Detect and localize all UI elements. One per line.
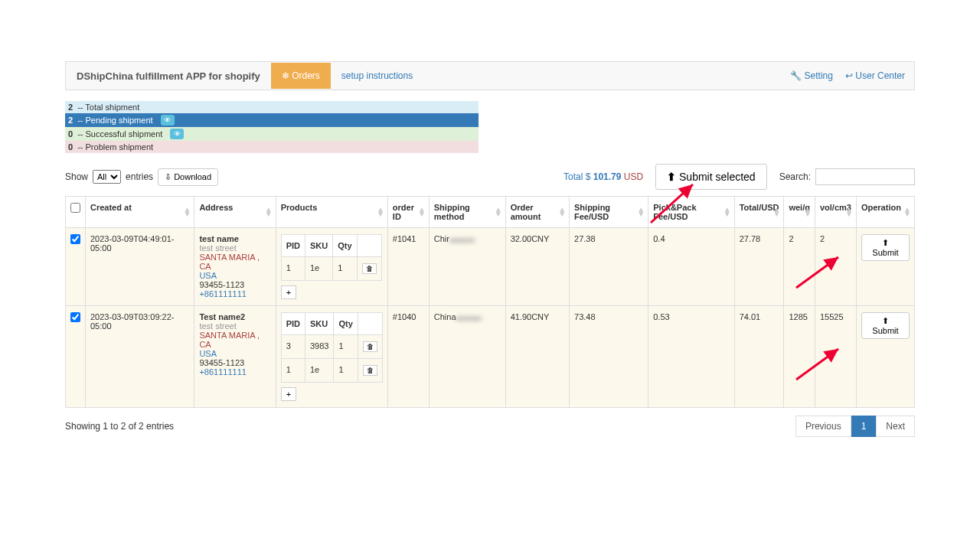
cell-created-at: 2023-03-09T04:49:01-05:00 (86, 228, 194, 306)
cell-pickpack: 0.4 (648, 228, 734, 306)
tab-orders[interactable]: ❄ Orders (271, 63, 331, 89)
eye-icon[interactable]: 👁 (161, 115, 175, 126)
summary-success[interactable]: 0 -- Successful shipment👁 (65, 127, 479, 141)
cell-shipping-fee: 27.38 (570, 228, 648, 306)
cell-products: PIDSKUQty11e1🗑 + (276, 228, 387, 306)
summary-pending[interactable]: 2 -- Pending shipment👁 (65, 113, 479, 127)
page-size-select[interactable]: All (93, 170, 121, 184)
link-user-center-label: User Center (855, 70, 905, 81)
tab-setup-instructions[interactable]: setup instructions (331, 63, 423, 89)
sort-icon: ▲▼ (495, 207, 502, 217)
cell-vol: 2 (815, 228, 856, 306)
col-order-amount[interactable]: Order amount▲▼ (505, 197, 569, 228)
app-title: DShipChina fulfillment APP for shopify (66, 70, 271, 82)
cell-pickpack: 0.53 (648, 306, 734, 408)
select-all-checkbox[interactable] (70, 203, 80, 213)
table-controls: Show All entries ⇩ Download Total $ 101.… (65, 164, 915, 190)
app-header: DShipChina fulfillment APP for shopify ❄… (65, 61, 915, 90)
row-checkbox[interactable] (70, 234, 80, 244)
submit-row-button[interactable]: ⬆ Submit (861, 234, 910, 261)
link-user-center[interactable]: ↩ User Center (845, 70, 905, 81)
tab-orders-label: Orders (292, 70, 320, 81)
showing-text: Showing 1 to 2 of 2 entries (65, 421, 174, 432)
show-label: Show (65, 171, 88, 182)
link-setting-label: Setting (805, 70, 833, 81)
col-wei[interactable]: wei/g▲▼ (784, 197, 815, 228)
col-products[interactable]: Products▲▼ (276, 197, 387, 228)
link-setting[interactable]: 🔧 Setting (790, 70, 833, 81)
add-product-button[interactable]: + (281, 387, 296, 401)
next-page-button[interactable]: Next (876, 416, 915, 437)
row-checkbox[interactable] (70, 312, 80, 322)
col-shipping-fee[interactable]: Shipping Fee/USD▲▼ (570, 197, 648, 228)
delete-product-button[interactable]: 🗑 (363, 341, 377, 352)
col-address[interactable]: Address▲▼ (194, 197, 276, 228)
cell-created-at: 2023-03-09T03:09:22-05:00 (86, 306, 194, 408)
cell-order-id: #1040 (387, 306, 429, 408)
cell-order-amount: 32.00CNY (505, 228, 569, 306)
submit-row-button[interactable]: ⬆ Submit (861, 312, 910, 339)
table-footer: Showing 1 to 2 of 2 entries Previous 1 N… (65, 416, 915, 437)
shipment-summary: 2 -- Total shipment 2 -- Pending shipmen… (65, 101, 479, 153)
cell-operation: ⬆ Submit (856, 306, 914, 408)
cell-total: 27.78 (734, 228, 784, 306)
delete-product-button[interactable]: 🗑 (363, 365, 377, 376)
cell-total: 74.01 (734, 306, 784, 408)
sort-icon: ▲▼ (377, 207, 384, 217)
cell-wei: 1285 (784, 306, 815, 408)
download-button[interactable]: ⇩ Download (158, 168, 218, 186)
sort-icon: ▲▼ (903, 207, 911, 217)
sort-icon: ▲▼ (845, 207, 853, 217)
sort-icon: ▲▼ (265, 207, 273, 217)
sort-icon: ▲▼ (804, 207, 812, 217)
col-order-id[interactable]: order ID▲▼ (387, 197, 429, 228)
table-row: 2023-03-09T04:49:01-05:00 test name test… (66, 228, 915, 306)
table-row: 2023-03-09T03:09:22-05:00 Test name2 tes… (66, 306, 915, 408)
cell-shipping-fee: 73.48 (570, 306, 648, 408)
col-operation[interactable]: Operation▲▼ (856, 197, 914, 228)
cell-address: test name test street SANTA MARIA , CA U… (194, 228, 276, 306)
delete-product-button[interactable]: 🗑 (362, 263, 377, 274)
cell-order-id: #1041 (387, 228, 429, 306)
cell-shipping-method: China▬▬▬ (429, 306, 505, 408)
add-product-button[interactable]: + (281, 285, 296, 299)
sort-icon: ▲▼ (418, 207, 426, 217)
search-label: Search: (779, 171, 811, 182)
cell-shipping-method: Chir▬▬▬ (429, 228, 505, 306)
cell-wei: 2 (784, 228, 815, 306)
total-usd: Total $ 101.79 USD (564, 171, 643, 182)
sort-icon: ▲▼ (773, 207, 781, 217)
col-shipping-method[interactable]: Shipping method▲▼ (429, 197, 505, 228)
cell-order-amount: 41.90CNY (505, 306, 569, 408)
orders-table: Created at▲▼ Address▲▼ Products▲▼ order … (65, 196, 915, 408)
eye-icon[interactable]: 👁 (170, 129, 184, 139)
prev-page-button[interactable]: Previous (795, 416, 851, 437)
cell-vol: 15525 (815, 306, 856, 408)
sort-icon: ▲▼ (184, 207, 191, 217)
page-1-button[interactable]: 1 (851, 416, 877, 437)
sort-icon: ▲▼ (724, 207, 731, 217)
sort-icon: ▲▼ (637, 207, 645, 217)
sort-icon: ▲▼ (558, 207, 566, 217)
summary-problem[interactable]: 0 -- Problem shipment (65, 141, 479, 153)
col-pickpack[interactable]: Pick&Pack Fee/USD▲▼ (648, 197, 734, 228)
cell-address: Test name2 test street SANTA MARIA , CA … (194, 306, 276, 408)
cell-products: PIDSKUQty339831🗑11e1🗑 + (276, 306, 387, 408)
submit-selected-button[interactable]: ⬆ Submit selected (655, 164, 767, 190)
col-created-at[interactable]: Created at▲▼ (86, 197, 194, 228)
summary-total[interactable]: 2 -- Total shipment (65, 101, 479, 113)
col-total[interactable]: Total/USD▲▼ (734, 197, 784, 228)
col-vol[interactable]: vol/cm3▲▼ (815, 197, 856, 228)
search-input[interactable] (815, 168, 915, 185)
cell-operation: ⬆ Submit (856, 228, 914, 306)
entries-label: entries (126, 171, 153, 182)
